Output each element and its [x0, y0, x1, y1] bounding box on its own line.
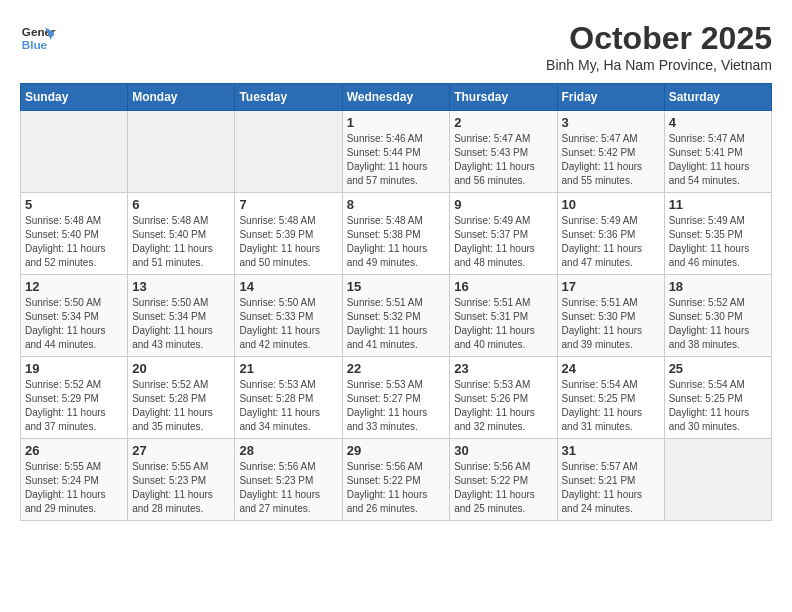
col-monday: Monday: [128, 84, 235, 111]
calendar-cell: 3Sunrise: 5:47 AM Sunset: 5:42 PM Daylig…: [557, 111, 664, 193]
calendar-cell: 6Sunrise: 5:48 AM Sunset: 5:40 PM Daylig…: [128, 193, 235, 275]
day-info: Sunrise: 5:48 AM Sunset: 5:38 PM Dayligh…: [347, 214, 446, 270]
day-number: 15: [347, 279, 446, 294]
day-number: 9: [454, 197, 552, 212]
day-number: 23: [454, 361, 552, 376]
calendar-cell: [21, 111, 128, 193]
day-number: 11: [669, 197, 767, 212]
day-info: Sunrise: 5:48 AM Sunset: 5:40 PM Dayligh…: [25, 214, 123, 270]
day-number: 28: [239, 443, 337, 458]
day-number: 13: [132, 279, 230, 294]
day-info: Sunrise: 5:52 AM Sunset: 5:28 PM Dayligh…: [132, 378, 230, 434]
day-number: 20: [132, 361, 230, 376]
day-info: Sunrise: 5:54 AM Sunset: 5:25 PM Dayligh…: [562, 378, 660, 434]
calendar-cell: [128, 111, 235, 193]
calendar-cell: 2Sunrise: 5:47 AM Sunset: 5:43 PM Daylig…: [450, 111, 557, 193]
day-number: 3: [562, 115, 660, 130]
calendar-week-3: 12Sunrise: 5:50 AM Sunset: 5:34 PM Dayli…: [21, 275, 772, 357]
month-title: October 2025: [546, 20, 772, 57]
day-info: Sunrise: 5:52 AM Sunset: 5:30 PM Dayligh…: [669, 296, 767, 352]
day-number: 29: [347, 443, 446, 458]
day-info: Sunrise: 5:48 AM Sunset: 5:39 PM Dayligh…: [239, 214, 337, 270]
calendar-cell: 7Sunrise: 5:48 AM Sunset: 5:39 PM Daylig…: [235, 193, 342, 275]
calendar-cell: 22Sunrise: 5:53 AM Sunset: 5:27 PM Dayli…: [342, 357, 450, 439]
calendar-week-5: 26Sunrise: 5:55 AM Sunset: 5:24 PM Dayli…: [21, 439, 772, 521]
day-number: 18: [669, 279, 767, 294]
day-info: Sunrise: 5:51 AM Sunset: 5:30 PM Dayligh…: [562, 296, 660, 352]
logo: General Blue: [20, 20, 56, 56]
calendar-cell: 28Sunrise: 5:56 AM Sunset: 5:23 PM Dayli…: [235, 439, 342, 521]
calendar-cell: 18Sunrise: 5:52 AM Sunset: 5:30 PM Dayli…: [664, 275, 771, 357]
day-number: 16: [454, 279, 552, 294]
day-number: 7: [239, 197, 337, 212]
col-tuesday: Tuesday: [235, 84, 342, 111]
calendar-cell: 25Sunrise: 5:54 AM Sunset: 5:25 PM Dayli…: [664, 357, 771, 439]
day-number: 17: [562, 279, 660, 294]
calendar-cell: 8Sunrise: 5:48 AM Sunset: 5:38 PM Daylig…: [342, 193, 450, 275]
day-number: 31: [562, 443, 660, 458]
day-info: Sunrise: 5:49 AM Sunset: 5:37 PM Dayligh…: [454, 214, 552, 270]
day-number: 27: [132, 443, 230, 458]
calendar-cell: 15Sunrise: 5:51 AM Sunset: 5:32 PM Dayli…: [342, 275, 450, 357]
calendar-cell: 27Sunrise: 5:55 AM Sunset: 5:23 PM Dayli…: [128, 439, 235, 521]
calendar-cell: 19Sunrise: 5:52 AM Sunset: 5:29 PM Dayli…: [21, 357, 128, 439]
calendar-cell: 31Sunrise: 5:57 AM Sunset: 5:21 PM Dayli…: [557, 439, 664, 521]
day-info: Sunrise: 5:47 AM Sunset: 5:41 PM Dayligh…: [669, 132, 767, 188]
calendar-cell: 16Sunrise: 5:51 AM Sunset: 5:31 PM Dayli…: [450, 275, 557, 357]
calendar-cell: 5Sunrise: 5:48 AM Sunset: 5:40 PM Daylig…: [21, 193, 128, 275]
day-info: Sunrise: 5:50 AM Sunset: 5:34 PM Dayligh…: [132, 296, 230, 352]
col-friday: Friday: [557, 84, 664, 111]
day-number: 30: [454, 443, 552, 458]
calendar-week-1: 1Sunrise: 5:46 AM Sunset: 5:44 PM Daylig…: [21, 111, 772, 193]
day-info: Sunrise: 5:47 AM Sunset: 5:43 PM Dayligh…: [454, 132, 552, 188]
calendar-table: Sunday Monday Tuesday Wednesday Thursday…: [20, 83, 772, 521]
calendar-cell: [664, 439, 771, 521]
calendar-cell: 24Sunrise: 5:54 AM Sunset: 5:25 PM Dayli…: [557, 357, 664, 439]
day-number: 4: [669, 115, 767, 130]
calendar-cell: 23Sunrise: 5:53 AM Sunset: 5:26 PM Dayli…: [450, 357, 557, 439]
calendar-cell: 11Sunrise: 5:49 AM Sunset: 5:35 PM Dayli…: [664, 193, 771, 275]
day-info: Sunrise: 5:50 AM Sunset: 5:33 PM Dayligh…: [239, 296, 337, 352]
day-info: Sunrise: 5:46 AM Sunset: 5:44 PM Dayligh…: [347, 132, 446, 188]
col-thursday: Thursday: [450, 84, 557, 111]
col-sunday: Sunday: [21, 84, 128, 111]
calendar-cell: 21Sunrise: 5:53 AM Sunset: 5:28 PM Dayli…: [235, 357, 342, 439]
calendar-cell: 26Sunrise: 5:55 AM Sunset: 5:24 PM Dayli…: [21, 439, 128, 521]
calendar-cell: [235, 111, 342, 193]
day-info: Sunrise: 5:56 AM Sunset: 5:22 PM Dayligh…: [347, 460, 446, 516]
day-info: Sunrise: 5:49 AM Sunset: 5:35 PM Dayligh…: [669, 214, 767, 270]
day-info: Sunrise: 5:53 AM Sunset: 5:26 PM Dayligh…: [454, 378, 552, 434]
day-info: Sunrise: 5:56 AM Sunset: 5:23 PM Dayligh…: [239, 460, 337, 516]
day-number: 12: [25, 279, 123, 294]
day-number: 21: [239, 361, 337, 376]
day-info: Sunrise: 5:50 AM Sunset: 5:34 PM Dayligh…: [25, 296, 123, 352]
calendar-cell: 13Sunrise: 5:50 AM Sunset: 5:34 PM Dayli…: [128, 275, 235, 357]
day-number: 24: [562, 361, 660, 376]
day-number: 10: [562, 197, 660, 212]
calendar-week-2: 5Sunrise: 5:48 AM Sunset: 5:40 PM Daylig…: [21, 193, 772, 275]
day-number: 26: [25, 443, 123, 458]
calendar-cell: 29Sunrise: 5:56 AM Sunset: 5:22 PM Dayli…: [342, 439, 450, 521]
day-number: 22: [347, 361, 446, 376]
calendar-cell: 14Sunrise: 5:50 AM Sunset: 5:33 PM Dayli…: [235, 275, 342, 357]
day-number: 25: [669, 361, 767, 376]
calendar-cell: 20Sunrise: 5:52 AM Sunset: 5:28 PM Dayli…: [128, 357, 235, 439]
day-info: Sunrise: 5:51 AM Sunset: 5:31 PM Dayligh…: [454, 296, 552, 352]
day-info: Sunrise: 5:55 AM Sunset: 5:24 PM Dayligh…: [25, 460, 123, 516]
calendar-cell: 10Sunrise: 5:49 AM Sunset: 5:36 PM Dayli…: [557, 193, 664, 275]
day-number: 14: [239, 279, 337, 294]
col-wednesday: Wednesday: [342, 84, 450, 111]
location-subtitle: Binh My, Ha Nam Province, Vietnam: [546, 57, 772, 73]
calendar-cell: 17Sunrise: 5:51 AM Sunset: 5:30 PM Dayli…: [557, 275, 664, 357]
calendar-cell: 9Sunrise: 5:49 AM Sunset: 5:37 PM Daylig…: [450, 193, 557, 275]
page-header: General Blue October 2025 Binh My, Ha Na…: [20, 20, 772, 73]
day-info: Sunrise: 5:56 AM Sunset: 5:22 PM Dayligh…: [454, 460, 552, 516]
day-info: Sunrise: 5:52 AM Sunset: 5:29 PM Dayligh…: [25, 378, 123, 434]
day-info: Sunrise: 5:55 AM Sunset: 5:23 PM Dayligh…: [132, 460, 230, 516]
day-info: Sunrise: 5:48 AM Sunset: 5:40 PM Dayligh…: [132, 214, 230, 270]
day-info: Sunrise: 5:49 AM Sunset: 5:36 PM Dayligh…: [562, 214, 660, 270]
calendar-cell: 4Sunrise: 5:47 AM Sunset: 5:41 PM Daylig…: [664, 111, 771, 193]
day-number: 8: [347, 197, 446, 212]
day-info: Sunrise: 5:54 AM Sunset: 5:25 PM Dayligh…: [669, 378, 767, 434]
day-info: Sunrise: 5:57 AM Sunset: 5:21 PM Dayligh…: [562, 460, 660, 516]
